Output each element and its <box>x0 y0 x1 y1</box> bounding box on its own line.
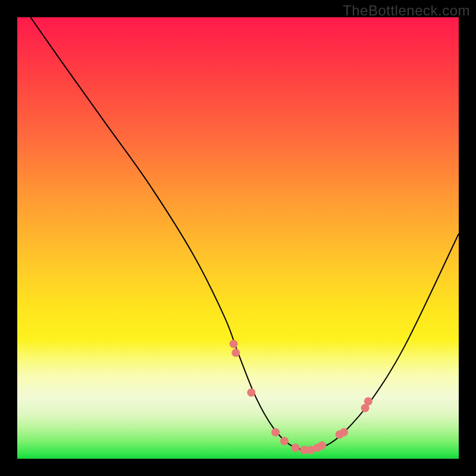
curve-marker <box>292 444 300 452</box>
chart-stage: TheBottleneck.com <box>0 0 476 476</box>
curve-marker <box>340 428 348 437</box>
curve-svg <box>17 17 459 459</box>
curve-marker <box>271 428 280 437</box>
curve-marker <box>364 397 372 406</box>
curve-marker <box>247 389 255 397</box>
curve-marker <box>230 340 238 348</box>
bottleneck-curve <box>30 17 459 450</box>
curve-marker <box>280 437 289 445</box>
marker-group <box>230 340 372 454</box>
curve-marker <box>318 441 326 450</box>
watermark-text: TheBottleneck.com <box>343 2 470 19</box>
plot-area <box>17 17 459 459</box>
curve-marker <box>231 349 240 357</box>
